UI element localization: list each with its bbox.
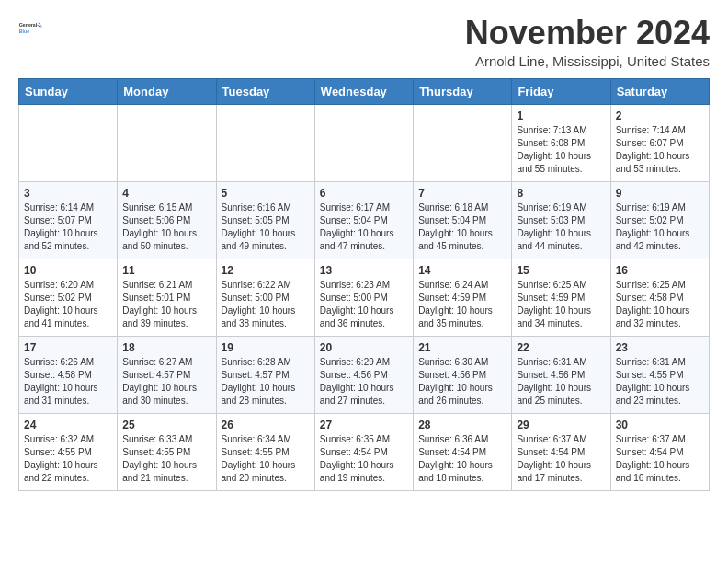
calendar-cell: 29Sunrise: 6:37 AM Sunset: 4:54 PM Dayli… [512,413,610,490]
day-number: 13 [320,264,408,277]
svg-text:General: General [19,22,38,28]
day-number: 9 [616,187,704,200]
calendar-cell: 17Sunrise: 6:26 AM Sunset: 4:58 PM Dayli… [19,336,118,413]
calendar-cell: 5Sunrise: 6:16 AM Sunset: 5:05 PM Daylig… [216,181,314,259]
day-number: 7 [418,187,506,200]
calendar-cell: 25Sunrise: 6:33 AM Sunset: 4:55 PM Dayli… [118,413,216,490]
day-info: Sunrise: 6:18 AM Sunset: 5:04 PM Dayligh… [418,201,506,253]
day-number: 25 [122,419,210,431]
calendar-cell: 6Sunrise: 6:17 AM Sunset: 5:04 PM Daylig… [314,181,413,259]
calendar-cell: 16Sunrise: 6:25 AM Sunset: 4:58 PM Dayli… [610,259,709,336]
calendar-cell [314,104,413,181]
calendar-cell: 30Sunrise: 6:37 AM Sunset: 4:54 PM Dayli… [610,413,709,490]
day-number: 28 [418,419,506,431]
day-number: 10 [24,264,112,277]
location-subtitle: Arnold Line, Mississippi, United States [465,53,710,69]
day-info: Sunrise: 6:22 AM Sunset: 5:00 PM Dayligh… [222,279,310,330]
day-number: 4 [122,187,210,200]
col-thursday: Thursday [414,78,512,104]
logo: GeneralBlue [18,15,44,40]
day-info: Sunrise: 6:17 AM Sunset: 5:04 PM Dayligh… [320,201,408,253]
calendar-cell: 13Sunrise: 6:23 AM Sunset: 5:00 PM Dayli… [314,259,413,336]
calendar-cell: 10Sunrise: 6:20 AM Sunset: 5:02 PM Dayli… [19,259,118,336]
calendar-cell: 21Sunrise: 6:30 AM Sunset: 4:56 PM Dayli… [414,336,512,413]
logo-icon: GeneralBlue [18,15,44,40]
day-info: Sunrise: 6:25 AM Sunset: 4:58 PM Dayligh… [616,279,704,330]
day-info: Sunrise: 7:13 AM Sunset: 6:08 PM Dayligh… [517,124,605,176]
calendar-cell: 18Sunrise: 6:27 AM Sunset: 4:57 PM Dayli… [118,336,216,413]
day-number: 24 [24,419,112,431]
day-info: Sunrise: 6:25 AM Sunset: 4:59 PM Dayligh… [517,279,605,330]
col-sunday: Sunday [19,78,118,104]
day-info: Sunrise: 7:14 AM Sunset: 6:07 PM Dayligh… [616,124,704,176]
calendar-week-4: 17Sunrise: 6:26 AM Sunset: 4:58 PM Dayli… [19,336,710,413]
day-number: 18 [122,341,210,354]
col-friday: Friday [512,78,610,104]
day-number: 8 [517,187,605,200]
day-number: 29 [517,419,605,431]
col-tuesday: Tuesday [216,78,314,104]
day-info: Sunrise: 6:35 AM Sunset: 4:54 PM Dayligh… [320,433,408,485]
day-info: Sunrise: 6:19 AM Sunset: 5:02 PM Dayligh… [616,201,704,253]
calendar-cell: 26Sunrise: 6:34 AM Sunset: 4:55 PM Dayli… [216,413,314,490]
day-info: Sunrise: 6:26 AM Sunset: 4:58 PM Dayligh… [24,356,112,408]
calendar-week-2: 3Sunrise: 6:14 AM Sunset: 5:07 PM Daylig… [19,181,710,259]
day-info: Sunrise: 6:24 AM Sunset: 4:59 PM Dayligh… [418,279,506,330]
day-info: Sunrise: 6:23 AM Sunset: 5:00 PM Dayligh… [320,279,408,330]
day-info: Sunrise: 6:33 AM Sunset: 4:55 PM Dayligh… [122,433,210,485]
day-number: 15 [517,264,605,277]
day-info: Sunrise: 6:16 AM Sunset: 5:05 PM Dayligh… [222,201,310,253]
day-info: Sunrise: 6:31 AM Sunset: 4:55 PM Dayligh… [616,356,704,408]
day-number: 26 [222,419,310,431]
day-number: 11 [122,264,210,277]
day-number: 19 [222,341,310,354]
calendar-cell: 14Sunrise: 6:24 AM Sunset: 4:59 PM Dayli… [414,259,512,336]
day-info: Sunrise: 6:21 AM Sunset: 5:01 PM Dayligh… [122,279,210,330]
day-info: Sunrise: 6:19 AM Sunset: 5:03 PM Dayligh… [517,201,605,253]
day-info: Sunrise: 6:37 AM Sunset: 4:54 PM Dayligh… [517,433,605,485]
month-title: November 2024 [465,15,710,52]
day-info: Sunrise: 6:32 AM Sunset: 4:55 PM Dayligh… [24,433,112,485]
calendar-week-3: 10Sunrise: 6:20 AM Sunset: 5:02 PM Dayli… [19,259,710,336]
day-info: Sunrise: 6:36 AM Sunset: 4:54 PM Dayligh… [418,433,506,485]
day-number: 1 [517,109,605,122]
calendar-cell: 7Sunrise: 6:18 AM Sunset: 5:04 PM Daylig… [414,181,512,259]
day-info: Sunrise: 6:14 AM Sunset: 5:07 PM Dayligh… [24,201,112,253]
calendar-cell: 12Sunrise: 6:22 AM Sunset: 5:00 PM Dayli… [216,259,314,336]
col-saturday: Saturday [610,78,709,104]
calendar-cell: 8Sunrise: 6:19 AM Sunset: 5:03 PM Daylig… [512,181,610,259]
calendar-cell: 1Sunrise: 7:13 AM Sunset: 6:08 PM Daylig… [512,104,610,181]
title-block: November 2024 Arnold Line, Mississippi, … [465,15,710,69]
day-number: 22 [517,341,605,354]
calendar-cell: 24Sunrise: 6:32 AM Sunset: 4:55 PM Dayli… [19,413,118,490]
day-info: Sunrise: 6:27 AM Sunset: 4:57 PM Dayligh… [122,356,210,408]
day-info: Sunrise: 6:30 AM Sunset: 4:56 PM Dayligh… [418,356,506,408]
day-number: 5 [222,187,310,200]
day-number: 2 [616,109,704,122]
page-header: GeneralBlue November 2024 Arnold Line, M… [18,15,710,69]
header-row: Sunday Monday Tuesday Wednesday Thursday… [19,78,710,104]
day-number: 12 [222,264,310,277]
calendar-cell: 9Sunrise: 6:19 AM Sunset: 5:02 PM Daylig… [610,181,709,259]
day-number: 21 [418,341,506,354]
day-number: 20 [320,341,408,354]
day-number: 16 [616,264,704,277]
calendar-cell: 4Sunrise: 6:15 AM Sunset: 5:06 PM Daylig… [118,181,216,259]
day-number: 17 [24,341,112,354]
day-info: Sunrise: 6:34 AM Sunset: 4:55 PM Dayligh… [222,433,310,485]
day-number: 6 [320,187,408,200]
day-number: 3 [24,187,112,200]
calendar-cell [414,104,512,181]
calendar-cell [19,104,118,181]
calendar-table: Sunday Monday Tuesday Wednesday Thursday… [18,78,710,491]
calendar-cell [118,104,216,181]
calendar-cell: 19Sunrise: 6:28 AM Sunset: 4:57 PM Dayli… [216,336,314,413]
day-info: Sunrise: 6:15 AM Sunset: 5:06 PM Dayligh… [122,201,210,253]
calendar-cell [216,104,314,181]
calendar-week-5: 24Sunrise: 6:32 AM Sunset: 4:55 PM Dayli… [19,413,710,490]
svg-marker-3 [36,25,42,28]
day-info: Sunrise: 6:37 AM Sunset: 4:54 PM Dayligh… [616,433,704,485]
calendar-cell: 20Sunrise: 6:29 AM Sunset: 4:56 PM Dayli… [314,336,413,413]
col-monday: Monday [118,78,216,104]
calendar-cell: 23Sunrise: 6:31 AM Sunset: 4:55 PM Dayli… [610,336,709,413]
